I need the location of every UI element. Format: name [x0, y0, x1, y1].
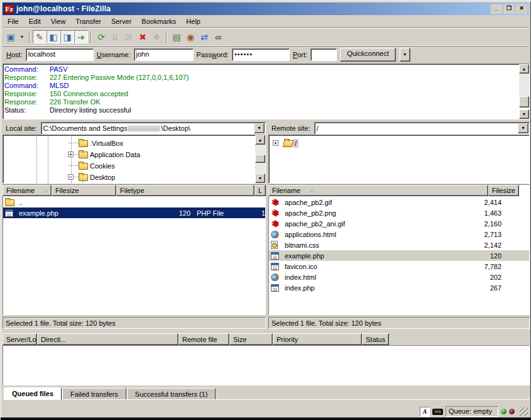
tree-item[interactable]: + /: [269, 138, 298, 148]
quickconnect-dropdown[interactable]: ▼: [400, 48, 410, 62]
disconnect-button[interactable]: ✖: [136, 30, 150, 43]
file-row[interactable]: bitnami.css 2,142: [269, 240, 529, 250]
refresh-button[interactable]: ⟳: [94, 30, 108, 43]
tree-expander[interactable]: +: [273, 140, 278, 146]
queue-list[interactable]: [3, 345, 530, 385]
combo-dropdown-icon[interactable]: ▼: [254, 123, 265, 133]
tree-item[interactable]: .VirtualBox: [3, 138, 125, 148]
toolbar-icon: ➔: [77, 33, 85, 41]
file-row[interactable]: apache_pb2_ani.gif 2,160: [269, 218, 529, 229]
file-row[interactable]: apache_pb2.gif 2,414: [269, 197, 529, 207]
toggle-log-button[interactable]: ✎: [33, 30, 47, 43]
tree-expander[interactable]: +: [68, 152, 74, 157]
toolbar-icon: ◨: [63, 33, 71, 41]
remote-site-combo[interactable]: / ▼: [314, 122, 530, 135]
column-header[interactable]: Directi...: [37, 333, 178, 345]
host-input[interactable]: localhost: [26, 48, 94, 61]
menu-item[interactable]: View: [46, 16, 71, 26]
username-input[interactable]: john: [134, 48, 194, 61]
file-row[interactable]: index.html 202: [269, 272, 529, 282]
username-label: Username:: [97, 51, 131, 58]
maximize-button[interactable]: ❐: [503, 4, 515, 14]
scroll-up-button[interactable]: ▲: [519, 64, 529, 74]
queue-header: Server/Local file Directi... Remote file…: [3, 333, 530, 345]
scroll-down-button[interactable]: ▼: [519, 109, 529, 119]
scroll-down-button[interactable]: ▼: [255, 174, 265, 183]
menu-item[interactable]: Bookmarks: [136, 16, 181, 26]
file-row[interactable]: index.php 267: [269, 282, 529, 293]
host-label: Host:: [6, 51, 23, 58]
local-site-combo[interactable]: C:\Documents and Settings\Desktop\ ▼: [41, 122, 266, 135]
queue-tab[interactable]: Queued files: [4, 387, 62, 400]
scroll-thumb[interactable]: [255, 155, 265, 163]
tree-expander[interactable]: −: [68, 174, 74, 180]
column-header[interactable]: Priority: [273, 333, 362, 345]
column-header[interactable]: Size: [229, 333, 273, 345]
queue-tab[interactable]: Failed transfers: [62, 388, 126, 399]
scroll-thumb[interactable]: [519, 96, 529, 108]
minimize-button[interactable]: _: [491, 4, 502, 14]
tree-item[interactable]: Cookies: [3, 160, 117, 171]
column-header[interactable]: Remote file: [178, 333, 229, 345]
close-button[interactable]: ✕: [516, 4, 527, 14]
column-header[interactable]: Filesize: [488, 185, 519, 196]
column-header[interactable]: Server/Local file: [3, 333, 37, 345]
menu-item[interactable]: Help: [181, 16, 205, 26]
file-icon: [271, 263, 279, 270]
speed-limit-icon[interactable]: SPD: [432, 409, 443, 415]
tree-item[interactable]: − Desktop: [3, 172, 117, 182]
folder-icon: [79, 140, 88, 147]
cancel-operation-button[interactable]: ☒: [122, 30, 136, 43]
menu-item[interactable]: Server: [106, 16, 136, 26]
transfer-type-icon: A: [420, 407, 430, 417]
scroll-up-button[interactable]: ▲: [255, 135, 265, 145]
redacted-username: [128, 125, 160, 131]
port-input[interactable]: [310, 48, 337, 61]
file-row[interactable]: ..: [3, 197, 265, 207]
file-row[interactable]: apache_pb2.png 1,463: [269, 207, 529, 218]
sync-browsing-button[interactable]: ⇄: [197, 30, 211, 43]
process-queue-button[interactable]: ⇊: [108, 30, 122, 43]
file-icon: [271, 274, 278, 281]
menu-item[interactable]: Edit: [24, 16, 46, 26]
file-row[interactable]: example.php 120 PHP File 1: [3, 207, 265, 218]
menu-item[interactable]: File: [3, 16, 24, 26]
site-manager-dropdown[interactable]: ▼: [18, 30, 26, 43]
compare-directories-button[interactable]: ◉: [183, 30, 197, 43]
menu-item[interactable]: Transfer: [70, 16, 106, 26]
toggle-local-tree-button[interactable]: ◧: [47, 30, 60, 43]
filter-button[interactable]: ▤: [170, 30, 183, 43]
column-header[interactable]: Filesize: [52, 185, 116, 196]
local-selection-status: Selected 1 file. Total size: 120 bytes: [3, 317, 266, 329]
toolbar-separator: [90, 31, 92, 43]
tree-item[interactable]: + Application Data: [3, 149, 142, 160]
file-row[interactable]: applications.html 2,713: [269, 229, 529, 240]
column-header[interactable]: Filename▲: [3, 185, 52, 196]
toggle-remote-tree-button[interactable]: ◨: [60, 30, 74, 43]
toolbar-icon: ▣: [6, 33, 14, 41]
reconnect-button[interactable]: ❖: [150, 30, 163, 43]
find-files-button[interactable]: ∞: [211, 30, 225, 43]
column-header[interactable]: Status: [362, 333, 389, 345]
quickconnect-button[interactable]: Quickconnect: [340, 48, 396, 62]
site-manager-button[interactable]: ▣: [4, 30, 18, 43]
toolbar-icon: ▼: [20, 35, 25, 39]
log-line: Response: 150 Connection accepted: [4, 90, 517, 98]
combo-dropdown-icon[interactable]: ▼: [518, 123, 528, 133]
toggle-queue-button[interactable]: ➔: [74, 30, 88, 43]
password-input[interactable]: ••••••: [232, 48, 290, 61]
file-row[interactable]: favicon.ico 7,782: [269, 261, 529, 272]
resize-grip[interactable]: [520, 407, 528, 416]
file-row[interactable]: example.php 120: [269, 250, 529, 261]
local-tree-scrollbar[interactable]: ▲ ▼: [255, 135, 265, 183]
remote-list-header: Filename▲ Filesize: [268, 185, 519, 196]
title-bar[interactable]: Fz john@localhost - FileZilla _ ❐ ✕: [3, 3, 529, 15]
local-file-list: .. example.php 120 PHP File 1: [3, 184, 266, 315]
queue-tab[interactable]: Successful transfers (1): [127, 388, 216, 399]
column-header[interactable]: Filename▲: [268, 185, 488, 196]
toolbar-icon: ⇄: [200, 33, 208, 41]
column-header[interactable]: L: [255, 185, 266, 196]
log-scrollbar[interactable]: ▲ ▼: [519, 64, 529, 119]
log-line: Response: 227 Entering Passive Mode (127…: [4, 74, 517, 82]
column-header[interactable]: Filetype: [116, 185, 255, 196]
